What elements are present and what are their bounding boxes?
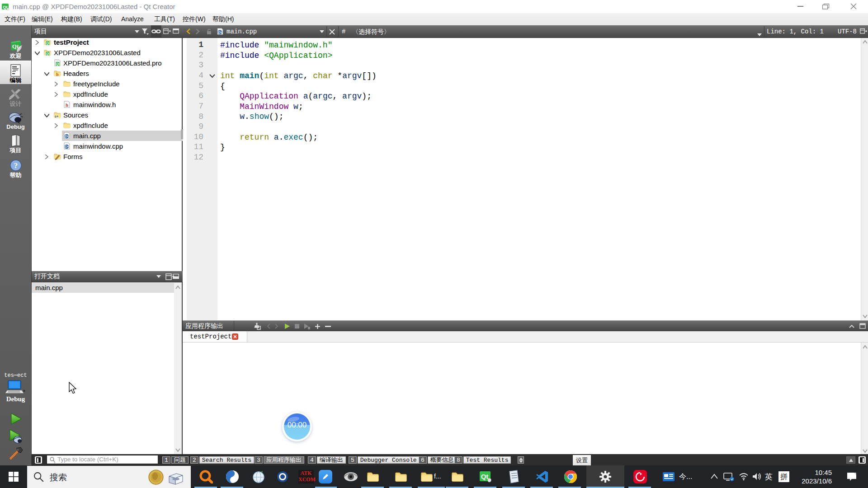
svg-text:C+: C+ — [218, 31, 222, 34]
svg-text:h: h — [56, 72, 59, 77]
svg-text:?: ? — [14, 161, 18, 170]
svg-text:Qt: Qt — [481, 473, 489, 480]
svg-text:c+: c+ — [55, 115, 58, 118]
